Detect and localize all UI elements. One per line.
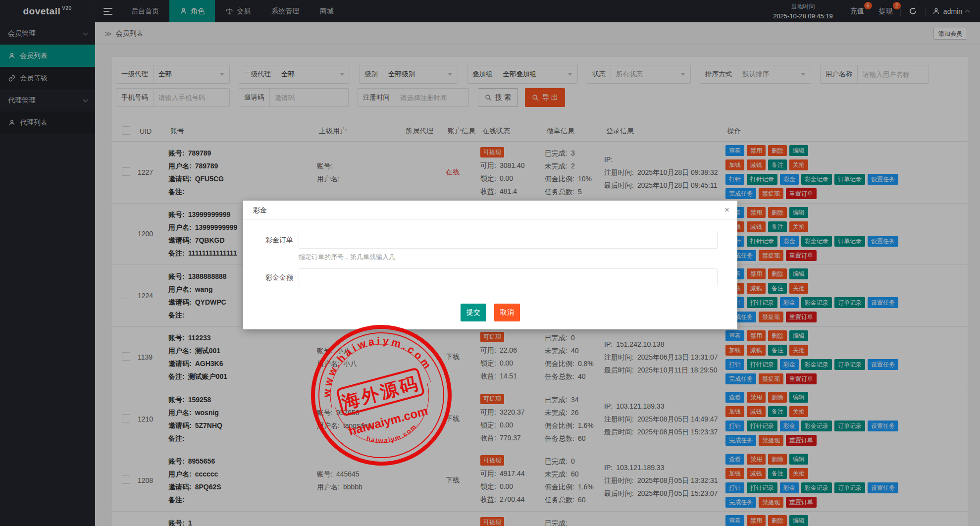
- modal-title: 彩金: [243, 201, 737, 220]
- submit-button[interactable]: 提交: [461, 304, 486, 321]
- close-icon[interactable]: ×: [724, 205, 729, 215]
- bonus-amount-input[interactable]: [299, 268, 718, 286]
- bonus-order-hint: 指定订单的序号，第几单就输入几: [299, 253, 737, 262]
- admin-page: dovetailV20 后台首页 角色 交易 系统管理 商城 当地时间 2025…: [0, 0, 980, 526]
- bonus-amount-row: 彩金金额: [265, 268, 737, 286]
- bonus-order-row: 彩金订单: [265, 231, 737, 249]
- bonus-modal: 彩金 × 彩金订单 指定订单的序号，第几单就输入几 彩金金额 提交 取消: [243, 201, 737, 329]
- cancel-button[interactable]: 取消: [494, 304, 520, 321]
- bonus-order-input[interactable]: [299, 231, 718, 249]
